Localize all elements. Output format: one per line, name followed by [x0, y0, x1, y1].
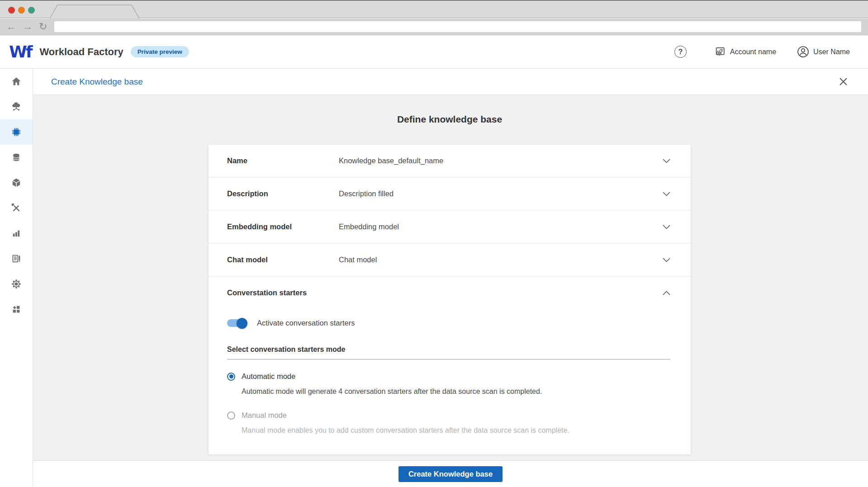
- app-header: Wf Workload Factory Private preview ? Ac…: [0, 35, 868, 69]
- cube-icon: [11, 177, 22, 188]
- tools-icon: [11, 203, 22, 213]
- main-content: Define knowledge base Name Knowledge bas…: [33, 95, 868, 460]
- page-header: Create Knowledge base: [33, 69, 868, 95]
- apps-grid-icon: [11, 304, 22, 315]
- chevron-down-icon[interactable]: [663, 192, 670, 196]
- automatic-mode-label: Automatic mode: [242, 372, 295, 381]
- sidebar-item-home[interactable]: [0, 69, 33, 94]
- automatic-mode-description: Automatic mode will generate 4 conversat…: [242, 388, 670, 396]
- accordion-row-description[interactable]: Description Description filled: [209, 178, 691, 210]
- minimize-window-button[interactable]: [18, 7, 25, 14]
- report-pencil-icon: [11, 253, 22, 264]
- activate-conversation-starters-toggle[interactable]: [227, 319, 246, 327]
- manual-mode-description: Manual mode enables you to add custom co…: [242, 426, 670, 435]
- name-value: Knowledge base_default_name: [339, 156, 663, 165]
- help-icon[interactable]: ?: [674, 46, 687, 58]
- account-menu[interactable]: Account name: [715, 46, 776, 57]
- sidebar-item-storage[interactable]: [0, 145, 33, 170]
- knowledge-base-form: Name Knowledge base_default_name Descrip…: [209, 145, 691, 454]
- workload-factory-logo: Wf: [9, 44, 31, 60]
- footer-bar: Create Knowledge base: [33, 460, 868, 487]
- ai-chip-icon: [11, 127, 22, 137]
- user-menu[interactable]: User Name: [797, 46, 850, 58]
- accordion-row-name[interactable]: Name Knowledge base_default_name: [209, 145, 691, 177]
- sidebar-item-settings[interactable]: [0, 271, 33, 297]
- sidebar-item-marketplace[interactable]: [0, 297, 33, 322]
- sidebar-item-audit[interactable]: [0, 246, 33, 271]
- chevron-down-icon[interactable]: [663, 159, 670, 163]
- address-bar[interactable]: [54, 21, 861, 32]
- helm-icon: [11, 279, 22, 289]
- sidebar-item-ai-knowledge-bases[interactable]: [0, 119, 33, 145]
- description-label: Description: [227, 189, 339, 198]
- mode-title: Select conversation starters mode: [227, 345, 670, 354]
- app-title: Workload Factory: [39, 46, 123, 58]
- automatic-mode-option[interactable]: Automatic mode: [227, 372, 670, 381]
- description-value: Description filled: [339, 189, 663, 198]
- cloud-network-icon: [11, 101, 22, 112]
- private-preview-badge: Private preview: [131, 46, 189, 57]
- chevron-down-icon[interactable]: [663, 225, 670, 229]
- page-title: Create Knowledge base: [51, 77, 143, 87]
- form-title: Define knowledge base: [209, 114, 691, 125]
- toggle-label: Activate conversation starters: [257, 319, 355, 327]
- home-icon: [11, 76, 22, 87]
- forward-icon[interactable]: →: [23, 22, 33, 32]
- browser-toolbar: ← → ↻: [0, 19, 868, 35]
- browser-titlebar: [0, 0, 868, 18]
- bar-chart-icon: [11, 228, 22, 239]
- user-avatar-icon: [797, 46, 809, 58]
- account-settings-icon: [715, 46, 726, 57]
- chat-model-value: Chat model: [339, 255, 663, 264]
- automatic-mode-radio[interactable]: [227, 373, 235, 381]
- reload-icon[interactable]: ↻: [39, 22, 47, 32]
- accordion-row-conversation-starters[interactable]: Converstation starters: [227, 277, 670, 309]
- user-name-label: User Name: [813, 48, 850, 56]
- sidebar-item-reports[interactable]: [0, 221, 33, 246]
- accordion-row-embedding-model[interactable]: Embedding model Embedding model: [209, 211, 691, 243]
- embedding-model-label: Embedding model: [227, 222, 339, 231]
- chevron-down-icon[interactable]: [663, 258, 670, 262]
- create-knowledge-base-button[interactable]: Create Knowledge base: [398, 466, 503, 482]
- chat-model-label: Chat model: [227, 255, 339, 264]
- close-window-button[interactable]: [8, 7, 15, 14]
- conversation-starters-label: Converstation starters: [227, 288, 663, 297]
- embedding-model-value: Embedding model: [339, 222, 663, 231]
- manual-mode-label: Manual mode: [242, 411, 287, 420]
- mode-divider: [227, 359, 670, 359]
- chevron-up-icon[interactable]: [663, 291, 670, 295]
- maximize-window-button[interactable]: [28, 7, 35, 14]
- sidebar-item-tools[interactable]: [0, 195, 33, 221]
- name-label: Name: [227, 156, 339, 165]
- account-name-label: Account name: [730, 48, 776, 56]
- database-icon: [11, 152, 22, 163]
- conversation-starters-section: Converstation starters Activate conversa…: [209, 277, 691, 454]
- manual-mode-option: Manual mode: [227, 411, 670, 420]
- accordion-row-chat-model[interactable]: Chat model Chat model: [209, 244, 691, 276]
- browser-tab[interactable]: [50, 5, 140, 19]
- sidebar-item-volumes[interactable]: [0, 170, 33, 195]
- back-icon[interactable]: ←: [6, 22, 16, 32]
- sidebar-item-cloud-network[interactable]: [0, 94, 33, 119]
- close-icon[interactable]: [839, 77, 848, 86]
- sidebar: [0, 69, 33, 487]
- manual-mode-radio[interactable]: [227, 411, 235, 420]
